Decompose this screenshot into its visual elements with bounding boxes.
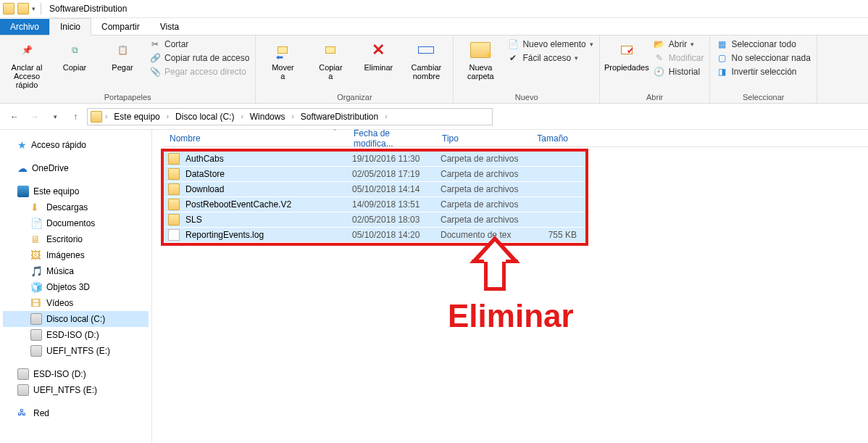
file-row[interactable]: Download05/10/2018 14:14Carpeta de archi… bbox=[164, 182, 585, 197]
col-name[interactable]: Nombre bbox=[164, 133, 348, 144]
tree-item[interactable]: ⬇Descargas bbox=[3, 199, 149, 215]
group-clipboard: 📌 Anclar al Acceso rápido ⧉ Copiar 📋 Peg… bbox=[0, 36, 256, 103]
up-button[interactable]: ↑ bbox=[67, 108, 84, 125]
tree-onedrive[interactable]: ☁OneDrive bbox=[3, 160, 149, 176]
file-row[interactable]: DataStore02/05/2018 17:19Carpeta de arch… bbox=[164, 167, 585, 182]
tree-item[interactable]: ESD-ISO (D:) bbox=[3, 327, 149, 343]
tree-item[interactable]: 🖼Imágenes bbox=[3, 247, 149, 263]
copy-button[interactable]: ⧉ Copiar bbox=[54, 38, 96, 72]
tree-quick-access[interactable]: ★Acceso rápido bbox=[3, 137, 149, 153]
tab-share[interactable]: Compartir bbox=[91, 19, 150, 35]
file-row[interactable]: PostRebootEventCache.V214/09/2018 13:51C… bbox=[164, 197, 585, 212]
file-date: 14/09/2018 13:51 bbox=[352, 199, 441, 210]
qat-folder-icon[interactable] bbox=[17, 3, 29, 15]
chevron-down-icon: ▾ bbox=[575, 54, 578, 62]
chevron-down-icon: ▾ bbox=[690, 41, 694, 48]
delete-button[interactable]: ✕Eliminar bbox=[357, 38, 399, 72]
file-name: PostRebootEventCache.V2 bbox=[185, 199, 352, 210]
cut-button[interactable]: ✂Cortar bbox=[149, 38, 249, 50]
move-to-button[interactable]: ⬅Mover a bbox=[262, 38, 304, 80]
back-button[interactable]: ← bbox=[6, 108, 23, 125]
group-organize-label: Organizar bbox=[262, 93, 447, 102]
qat-dropdown-icon[interactable]: ▾ bbox=[32, 5, 36, 12]
new-folder-button[interactable]: ✦Nueva carpeta bbox=[459, 38, 501, 80]
pin-button[interactable]: 📌 Anclar al Acceso rápido bbox=[6, 38, 48, 89]
properties-button[interactable]: ✔Propiedades bbox=[606, 38, 648, 72]
tree-item-label: Imágenes bbox=[46, 250, 85, 260]
chevron-right-icon[interactable]: › bbox=[383, 112, 388, 120]
folder-icon bbox=[168, 214, 180, 225]
tree-item[interactable]: 🧊Objetos 3D bbox=[3, 279, 149, 295]
copy-path-button[interactable]: 🔗Copiar ruta de acceso bbox=[149, 52, 249, 64]
crumb-pc[interactable]: Este equipo bbox=[110, 110, 163, 123]
chevron-right-icon[interactable]: › bbox=[239, 112, 244, 120]
sort-indicator-icon: ˄ bbox=[333, 128, 337, 136]
tree-item-label: ESD-ISO (D:) bbox=[33, 369, 86, 379]
file-name: DataStore bbox=[185, 169, 352, 179]
tree-network[interactable]: 🖧Red bbox=[3, 405, 149, 421]
tree-item[interactable]: Disco local (C:) bbox=[3, 311, 149, 327]
tree-item-label: ESD-ISO (D:) bbox=[46, 330, 99, 340]
tab-home[interactable]: Inicio bbox=[49, 18, 91, 36]
paste-button[interactable]: 📋 Pegar bbox=[101, 38, 143, 72]
rename-icon bbox=[414, 38, 438, 62]
file-type: Carpeta de archivos bbox=[441, 199, 533, 210]
col-date[interactable]: Fecha de modifica... bbox=[348, 128, 436, 149]
copy-path-icon: 🔗 bbox=[149, 52, 161, 64]
tree-item[interactable]: 🖥Escritorio bbox=[3, 231, 149, 247]
tree-item[interactable]: 🎵Música bbox=[3, 263, 149, 279]
address-folder-icon bbox=[91, 111, 102, 123]
crumb-current[interactable]: SoftwareDistribution bbox=[297, 110, 382, 123]
qat-separator bbox=[41, 3, 41, 15]
annotated-selection-box: AuthCabs19/10/2016 11:30Carpeta de archi… bbox=[161, 149, 588, 246]
annotation-text: Eliminar bbox=[448, 298, 574, 334]
select-none-button[interactable]: ▢No seleccionar nada bbox=[716, 52, 810, 64]
forward-button[interactable]: → bbox=[26, 108, 43, 125]
tree-item[interactable]: UEFI_NTFS (E:) bbox=[3, 343, 149, 359]
tab-file[interactable]: Archivo bbox=[0, 19, 49, 35]
crumb-windows[interactable]: Windows bbox=[246, 110, 289, 123]
recent-dropdown[interactable]: ▾ bbox=[46, 108, 64, 125]
chevron-right-icon[interactable]: › bbox=[290, 112, 295, 120]
group-open: ✔Propiedades 📂Abrir ▾ ✎Modificar 🕘Histor… bbox=[600, 36, 711, 103]
tree-item[interactable]: 📄Documentos bbox=[3, 215, 149, 231]
col-size[interactable]: Tamaño bbox=[523, 133, 574, 144]
tree-item[interactable]: 🎞Vídeos bbox=[3, 295, 149, 311]
tree-item[interactable]: UEFI_NTFS (E:) bbox=[3, 382, 149, 398]
new-item-button[interactable]: 📄Nuevo elemento ▾ bbox=[507, 38, 593, 50]
file-name: SLS bbox=[185, 215, 352, 225]
chevron-right-icon[interactable]: › bbox=[165, 112, 170, 120]
nav-tree[interactable]: ★Acceso rápido ☁OneDrive Este equipo ⬇De… bbox=[0, 130, 152, 443]
select-all-button[interactable]: ▦Seleccionar todo bbox=[716, 38, 810, 50]
copy-icon: ⧉ bbox=[63, 38, 86, 62]
copy-to-button[interactable]: Copiar a bbox=[309, 38, 351, 80]
open-button[interactable]: 📂Abrir ▾ bbox=[654, 38, 704, 50]
file-row[interactable]: AuthCabs19/10/2016 11:30Carpeta de archi… bbox=[164, 152, 585, 167]
tree-item[interactable]: ESD-ISO (D:) bbox=[3, 366, 149, 382]
file-row[interactable]: SLS02/05/2018 18:03Carpeta de archivos bbox=[164, 212, 585, 228]
file-name: AuthCabs bbox=[185, 154, 352, 164]
column-headers[interactable]: Nombre Fecha de modifica... Tipo Tamaño bbox=[164, 130, 868, 147]
tree-item-label: UEFI_NTFS (E:) bbox=[33, 385, 97, 395]
folder-icon: 🖥 bbox=[30, 233, 42, 245]
chevron-right-icon[interactable]: › bbox=[104, 112, 109, 120]
tab-view[interactable]: Vista bbox=[150, 19, 189, 35]
col-type[interactable]: Tipo bbox=[436, 133, 523, 144]
invert-selection-icon: ◨ bbox=[716, 66, 727, 78]
tree-this-pc[interactable]: Este equipo bbox=[3, 183, 149, 199]
group-open-label: Abrir bbox=[606, 93, 704, 102]
edit-button[interactable]: ✎Modificar bbox=[654, 52, 704, 64]
easy-access-button[interactable]: ✔Fácil acceso ▾ bbox=[507, 52, 593, 64]
rename-button[interactable]: Cambiar nombre bbox=[405, 38, 447, 80]
arrow-up-icon bbox=[470, 236, 527, 294]
history-button[interactable]: 🕘Historial bbox=[654, 66, 704, 78]
paste-shortcut-button[interactable]: 📎Pegar acceso directo bbox=[149, 66, 249, 78]
folder-icon bbox=[168, 153, 180, 165]
drive-icon bbox=[17, 368, 29, 380]
invert-selection-button[interactable]: ◨Invertir selección bbox=[716, 66, 810, 78]
file-date: 05/10/2018 14:20 bbox=[352, 230, 441, 240]
scissors-icon: ✂ bbox=[149, 38, 161, 50]
group-select: ▦Seleccionar todo ▢No seleccionar nada ◨… bbox=[710, 36, 817, 103]
address-bar[interactable]: › Este equipo› Disco local (C:)› Windows… bbox=[87, 108, 493, 125]
crumb-drive[interactable]: Disco local (C:) bbox=[172, 110, 238, 123]
